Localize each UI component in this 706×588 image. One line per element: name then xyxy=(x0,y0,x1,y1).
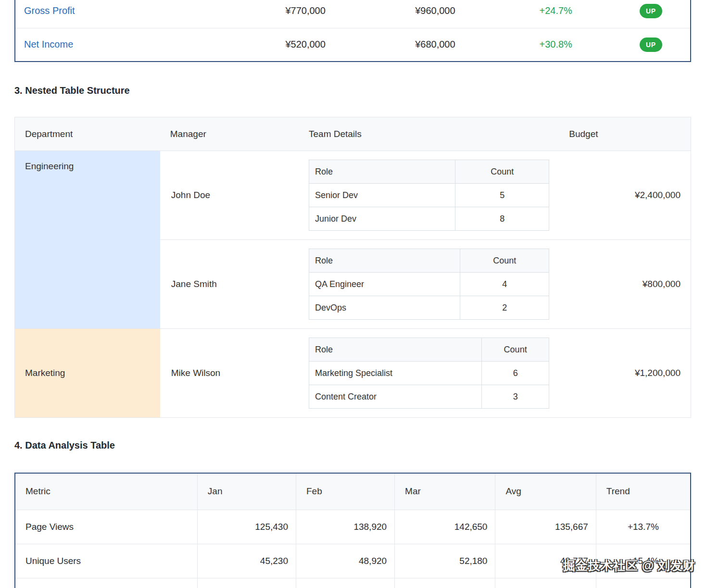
value-cell: ¥680,000 xyxy=(370,28,500,62)
table-row-john-doe: Engineering John Doe Role Count xyxy=(15,151,691,240)
value-cell: 48,920 xyxy=(296,544,394,578)
table-row: Content Creator 3 xyxy=(309,385,549,409)
table-row-page-views: Page Views 125,430 138,920 142,650 135,6… xyxy=(15,510,691,544)
table-header-row: Department Manager Team Details Budget xyxy=(15,117,691,151)
team-details-cell: Role Count Senior Dev 5 Junior Dev xyxy=(299,151,559,240)
value-cell: ¥960,000 xyxy=(370,0,500,28)
value-cell: 142,650 xyxy=(395,510,495,544)
column-header-mar: Mar xyxy=(395,473,495,510)
column-header-trend: Trend xyxy=(596,473,691,510)
team-details-cell: Role Count Marketing Specialist 6 Conten… xyxy=(299,329,559,418)
role-cell: QA Engineer xyxy=(309,273,460,296)
column-header-count: Count xyxy=(460,249,549,273)
metric-link-gross-profit[interactable]: Gross Profit xyxy=(15,0,240,28)
budget-cell: ¥1,200,000 xyxy=(559,329,691,418)
column-header-team-details: Team Details xyxy=(299,117,559,151)
team-roles-table: Role Count QA Engineer 4 DevOps 2 xyxy=(309,249,549,320)
table-header-row: Role Count xyxy=(309,249,549,273)
table-row-net-income: Net Income ¥520,000 ¥680,000 +30.8% UP xyxy=(15,28,691,62)
table-header-row: Role Count xyxy=(309,160,549,184)
role-cell: Marketing Specialist xyxy=(309,362,482,385)
value-cell: 135,667 xyxy=(495,510,596,544)
change-percent-cell: +24.7% xyxy=(500,0,612,28)
table-row: DevOps 2 xyxy=(309,296,549,320)
section-heading-nested-table: 3. Nested Table Structure xyxy=(14,85,691,96)
manager-cell: Jane Smith xyxy=(160,240,299,329)
section-heading-data-analysis: 4. Data Analysis Table xyxy=(14,440,691,451)
manager-cell: Mike Wilson xyxy=(160,329,299,418)
status-badge-up: UP xyxy=(640,38,662,52)
value-cell: 125,430 xyxy=(197,510,296,544)
metric-link-net-income[interactable]: Net Income xyxy=(15,28,240,62)
role-cell: DevOps xyxy=(309,296,460,320)
column-header-avg: Avg xyxy=(495,473,596,510)
column-header-metric: Metric xyxy=(15,473,197,510)
team-roles-table: Role Count Marketing Specialist 6 Conten… xyxy=(309,338,549,409)
budget-cell: ¥2,400,000 xyxy=(559,151,691,240)
column-header-role: Role xyxy=(309,160,455,184)
column-header-role: Role xyxy=(309,338,482,362)
count-cell: 5 xyxy=(455,184,549,207)
department-cell-engineering: Engineering xyxy=(15,151,160,329)
nested-structure-table: Department Manager Team Details Budget E… xyxy=(14,117,691,418)
count-cell: 8 xyxy=(455,207,549,231)
column-header-department: Department xyxy=(15,117,160,151)
column-header-jan: Jan xyxy=(197,473,296,510)
manager-cell: John Doe xyxy=(160,151,299,240)
table-row: QA Engineer 4 xyxy=(309,273,549,296)
count-cell: 3 xyxy=(482,385,549,409)
table-header-row: Role Count xyxy=(309,338,549,362)
metric-cell xyxy=(15,578,197,588)
badge-cell: UP xyxy=(612,0,691,28)
value-cell: ¥770,000 xyxy=(240,0,370,28)
role-cell: Junior Dev xyxy=(309,207,455,231)
column-header-count: Count xyxy=(455,160,549,184)
table-row-gross-profit: Gross Profit ¥770,000 ¥960,000 +24.7% UP xyxy=(15,0,691,28)
team-roles-table: Role Count Senior Dev 5 Junior Dev xyxy=(309,160,549,231)
watermark: 掘金技术社区 @ 刘发财 xyxy=(563,558,695,574)
column-header-feb: Feb xyxy=(296,473,394,510)
badge-cell: UP xyxy=(612,28,691,62)
table-header-row: Metric Jan Feb Mar Avg Trend xyxy=(15,473,691,510)
role-cell: Content Creator xyxy=(309,385,482,409)
value-cell: 45,230 xyxy=(197,544,296,578)
count-cell: 2 xyxy=(460,296,549,320)
metric-cell: Page Views xyxy=(15,510,197,544)
column-header-count: Count xyxy=(482,338,549,362)
change-percent-cell: +30.8% xyxy=(500,28,612,62)
department-cell-marketing: Marketing xyxy=(15,329,160,418)
trend-cell xyxy=(596,578,691,588)
table-row-partial xyxy=(15,578,691,588)
status-badge-up: UP xyxy=(640,4,662,18)
column-header-budget: Budget xyxy=(559,117,691,151)
value-cell xyxy=(197,578,296,588)
value-cell xyxy=(296,578,394,588)
role-cell: Senior Dev xyxy=(309,184,455,207)
value-cell xyxy=(495,578,596,588)
article-content: Gross Profit ¥770,000 ¥960,000 +24.7% UP… xyxy=(0,0,706,588)
column-header-role: Role xyxy=(309,249,460,273)
table-row-mike-wilson: Marketing Mike Wilson Role Count xyxy=(15,329,691,418)
value-cell: 138,920 xyxy=(296,510,394,544)
financial-summary-table: Gross Profit ¥770,000 ¥960,000 +24.7% UP… xyxy=(14,0,691,62)
table-row: Marketing Specialist 6 xyxy=(309,362,549,385)
budget-cell: ¥800,000 xyxy=(559,240,691,329)
value-cell: 52,180 xyxy=(395,544,495,578)
team-details-cell: Role Count QA Engineer 4 DevOps 2 xyxy=(299,240,559,329)
value-cell xyxy=(395,578,495,588)
value-cell: ¥520,000 xyxy=(240,28,370,62)
count-cell: 6 xyxy=(482,362,549,385)
table-row: Senior Dev 5 xyxy=(309,184,549,207)
column-header-manager: Manager xyxy=(160,117,299,151)
count-cell: 4 xyxy=(460,273,549,296)
metric-cell: Unique Users xyxy=(15,544,197,578)
trend-cell: +13.7% xyxy=(596,510,691,544)
table-row: Junior Dev 8 xyxy=(309,207,549,231)
